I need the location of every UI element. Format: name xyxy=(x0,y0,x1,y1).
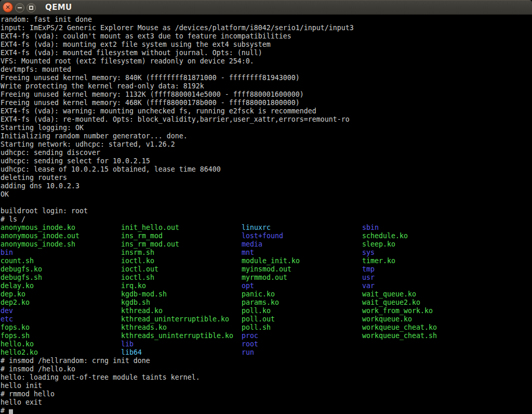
ls-listing-row: hello2.kolib64run xyxy=(1,348,532,357)
terminal-line: input: ImExPS/2 Generic Explorer Mouse a… xyxy=(1,24,532,32)
ls-entry-dir: usr xyxy=(362,274,483,282)
terminal-line: hello exit xyxy=(1,398,532,407)
terminal-line: Freeing unused kernel memory: 1132K (fff… xyxy=(1,90,532,99)
terminal-line: EXT4-fs (vda): mounting ext2 file system… xyxy=(1,41,532,49)
ls-entry-file: debugfs.sh xyxy=(1,274,121,282)
ls-entry-file: delay.ko xyxy=(1,282,121,290)
terminal-line: EXT4-fs (vda): warning: mounting uncheck… xyxy=(1,107,532,115)
terminal-line: Write protecting the kernel read-only da… xyxy=(1,82,532,90)
ls-entry-file: poll.sh xyxy=(242,324,362,332)
ls-entry-file: kthreads_uninterruptible.ko xyxy=(121,332,242,340)
terminal-line: VFS: Mounted root (ext2 filesystem) read… xyxy=(1,57,532,66)
ls-entry-file: fops.sh xyxy=(1,332,121,340)
terminal-line: Starting network: udhcpc: started, v1.26… xyxy=(1,140,532,149)
titlebar[interactable]: ✕ QEMU xyxy=(0,0,532,15)
terminal-screen[interactable]: random: fast init doneinput: ImExPS/2 Ge… xyxy=(0,15,532,414)
ls-entry-file: kgdb-mod.sh xyxy=(121,290,242,299)
ls-entry-file: irq.ko xyxy=(121,282,242,290)
ls-entry-dir: lib xyxy=(121,340,242,348)
minimize-icon xyxy=(18,7,22,8)
ls-entry-dir: media xyxy=(242,240,362,249)
minimize-button[interactable] xyxy=(15,3,24,12)
ls-entry-file: count.sh xyxy=(1,257,121,265)
ls-entry-dir: sbin xyxy=(362,224,483,232)
ls-entry-file: workqueue.ko xyxy=(362,315,483,324)
ls-listing-row: bininsrm.shmntsys xyxy=(1,249,532,257)
ls-entry-dir: opt xyxy=(242,282,362,290)
ls-listing-row: hello.kolibroot xyxy=(1,340,532,348)
terminal-line xyxy=(1,199,532,207)
ls-entry-file: dep.ko xyxy=(1,290,121,299)
ls-entry-file: ioctl.out xyxy=(121,265,242,274)
ls-entry-dir: proc xyxy=(242,332,362,340)
terminal-line: random: fast init done xyxy=(1,16,532,24)
terminal-cursor xyxy=(9,409,13,414)
ls-listing-row: fops.kokthreads.kopoll.shworkqueue_cheat… xyxy=(1,324,532,332)
ls-entry-file: dep2.ko xyxy=(1,299,121,307)
ls-entry-file: insrm.sh xyxy=(121,249,242,257)
terminal-line: udhcpc: sending select for 10.0.2.15 xyxy=(1,157,532,165)
terminal-line: # ls / xyxy=(1,215,532,224)
terminal-line: hello init xyxy=(1,382,532,390)
ls-entry-file: schedule.ko xyxy=(362,232,483,240)
terminal-line: EXT4-fs (vda): couldn't mount as ext3 du… xyxy=(1,32,532,41)
ls-entry-file: debugfs.ko xyxy=(1,265,121,274)
terminal-line: EXT4-fs (vda): mounted filesystem withou… xyxy=(1,49,532,57)
ls-entry-dir: root xyxy=(242,340,362,348)
ls-entry-file: anonymous_inode.sh xyxy=(1,240,121,249)
ls-entry-file: work_from_work.ko xyxy=(362,307,483,315)
ls-listing-row: count.shioctl.komodule_init.kotimer.ko xyxy=(1,257,532,265)
window-title: QEMU xyxy=(45,3,72,12)
ls-listing-row: dep.kokgdb-mod.shpanic.kowait_queue.ko xyxy=(1,290,532,299)
ls-entry-file: myrmmod.out xyxy=(242,274,362,282)
ls-listing-row: delay.koirq.kooptvar xyxy=(1,282,532,290)
ls-entry-dir: bin xyxy=(1,249,121,257)
ls-entry-link: linuxrc xyxy=(242,224,362,232)
ls-entry-file: panic.ko xyxy=(242,290,362,299)
close-icon: ✕ xyxy=(5,4,10,10)
terminal-line: Freeing unused kernel memory: 840K (ffff… xyxy=(1,74,532,82)
maximize-button[interactable] xyxy=(26,3,36,12)
qemu-window: ✕ QEMU random: fast init doneinput: ImEx… xyxy=(0,0,532,414)
ls-listing-row: anonymous_inode.outins_rm_modlost+founds… xyxy=(1,232,532,240)
ls-listing-row: fops.shkthreads_uninterruptible.koprocwo… xyxy=(1,332,532,340)
terminal-line: # insmod /hello.ko xyxy=(1,365,532,373)
ls-entry-file: ioctl.sh xyxy=(121,274,242,282)
ls-entry-link: lib64 xyxy=(121,348,242,357)
ls-entry-dir: mnt xyxy=(242,249,362,257)
ls-entry-file: timer.ko xyxy=(362,257,483,265)
ls-entry-file: hello2.ko xyxy=(1,348,121,357)
ls-listing-row: debugfs.shioctl.shmyrmmod.outusr xyxy=(1,274,532,282)
ls-entry-file: workqueue_cheat.sh xyxy=(362,332,483,340)
terminal-line: hello: loading out-of-tree module taints… xyxy=(1,373,532,382)
terminal-line: Initializing random number generator... … xyxy=(1,132,532,140)
terminal-line: udhcpc: sending discover xyxy=(1,149,532,157)
terminal-line: devtmpfs: mounted xyxy=(1,66,532,74)
close-button[interactable]: ✕ xyxy=(3,2,13,12)
ls-entry-dir: var xyxy=(362,282,483,290)
ls-entry-file: poll.out xyxy=(242,315,362,324)
terminal-line: # insmod /hellrandom: crng init done xyxy=(1,357,532,365)
ls-entry-file: anonymous_inode.out xyxy=(1,232,121,240)
ls-entry-file: kthread.ko xyxy=(121,307,242,315)
ls-entry-file: params.ko xyxy=(242,299,362,307)
ls-entry-file: ins_rm_mod.out xyxy=(121,240,242,249)
terminal-line: Starting logging: OK xyxy=(1,124,532,132)
ls-entry-file: init_hello.out xyxy=(121,224,242,232)
maximize-icon xyxy=(29,6,33,10)
terminal-line: deleting routers xyxy=(1,174,532,182)
ls-listing-row: anonymous_inode.koinit_hello.outlinuxrcs… xyxy=(1,224,532,232)
ls-entry-dir: sys xyxy=(362,249,483,257)
ls-listing-row: anonymous_inode.shins_rm_mod.outmediasle… xyxy=(1,240,532,249)
ls-entry-file: wait_queue2.ko xyxy=(362,299,483,307)
ls-entry-file: poll.ko xyxy=(242,307,362,315)
ls-entry-file: fops.ko xyxy=(1,324,121,332)
ls-entry-file: module_init.ko xyxy=(242,257,362,265)
prompt-line: # xyxy=(1,407,532,414)
ls-entry-file: anonymous_inode.ko xyxy=(1,224,121,232)
ls-entry-file: kthread_uninterruptible.ko xyxy=(121,315,242,324)
ls-entry-file: ioctl.ko xyxy=(121,257,242,265)
ls-listing-row: dep2.kokgdb.shparams.kowait_queue2.ko xyxy=(1,299,532,307)
ls-entry-file: myinsmod.out xyxy=(242,265,362,274)
ls-entry-dir: etc xyxy=(1,315,121,324)
